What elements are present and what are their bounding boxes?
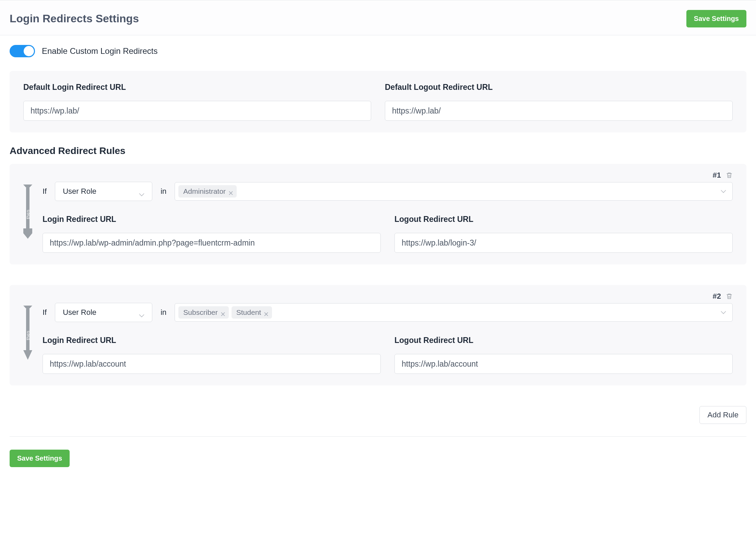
divider bbox=[10, 436, 746, 437]
default-login-input[interactable] bbox=[23, 101, 371, 121]
condition-field-select[interactable]: User Role bbox=[55, 303, 152, 322]
enable-custom-redirects-row: Enable Custom Login Redirects bbox=[10, 45, 746, 57]
chevron-down-icon bbox=[721, 188, 726, 195]
svg-rect-5 bbox=[26, 309, 29, 351]
if-label: If bbox=[43, 308, 47, 317]
role-tag: Subscriber bbox=[178, 306, 228, 319]
page-title: Login Redirects Settings bbox=[10, 12, 139, 25]
enable-custom-redirects-toggle[interactable] bbox=[10, 45, 35, 57]
rule-body: #1 If User Role in Administrator bbox=[43, 171, 733, 253]
rule-index: #2 bbox=[713, 292, 721, 301]
then-pennant: then bbox=[23, 306, 32, 357]
remove-tag-icon[interactable] bbox=[221, 310, 225, 315]
logout-redirect-label: Logout Redirect URL bbox=[394, 336, 733, 345]
role-tag: Student bbox=[232, 306, 272, 319]
condition-field-select[interactable]: User Role bbox=[55, 182, 152, 201]
condition-row: If User Role in Subscriber bbox=[43, 303, 733, 322]
default-login-label: Default Login Redirect URL bbox=[23, 83, 371, 92]
login-redirect-label: Login Redirect URL bbox=[43, 215, 381, 224]
remove-tag-icon[interactable] bbox=[264, 310, 269, 315]
add-rule-wrap: Add Rule bbox=[10, 406, 746, 424]
then-label: then bbox=[25, 331, 31, 340]
role-tag-label: Subscriber bbox=[183, 308, 217, 317]
then-pennant: then bbox=[23, 185, 32, 236]
rule-body: #2 If User Role in Subscriber bbox=[43, 292, 733, 374]
save-settings-button-bottom[interactable]: Save Settings bbox=[10, 450, 70, 467]
rule-card: then #2 If User Role in bbox=[10, 285, 746, 385]
condition-field-value: User Role bbox=[63, 308, 96, 317]
toggle-knob bbox=[24, 46, 34, 56]
login-redirect-input[interactable] bbox=[43, 354, 381, 374]
chevron-down-icon bbox=[139, 311, 144, 314]
default-login-col: Default Login Redirect URL bbox=[23, 83, 371, 121]
in-label: in bbox=[161, 187, 166, 196]
redirect-row: Login Redirect URL Logout Redirect URL bbox=[43, 215, 733, 253]
remove-tag-icon[interactable] bbox=[228, 189, 233, 194]
add-rule-button[interactable]: Add Rule bbox=[699, 406, 746, 424]
logout-redirect-col: Logout Redirect URL bbox=[394, 336, 733, 374]
chevron-down-icon bbox=[721, 309, 726, 316]
default-logout-label: Default Logout Redirect URL bbox=[385, 83, 733, 92]
logout-redirect-label: Logout Redirect URL bbox=[394, 215, 733, 224]
login-redirect-col: Login Redirect URL bbox=[43, 215, 381, 253]
default-logout-col: Default Logout Redirect URL bbox=[385, 83, 733, 121]
default-redirects-card: Default Login Redirect URL Default Logou… bbox=[10, 71, 746, 132]
redirect-row: Login Redirect URL Logout Redirect URL bbox=[43, 336, 733, 374]
rule-top: #1 bbox=[43, 171, 733, 180]
rule-pennant-col: then bbox=[23, 171, 32, 253]
default-logout-input[interactable] bbox=[385, 101, 733, 121]
then-label: then bbox=[25, 210, 31, 219]
logout-redirect-input[interactable] bbox=[394, 233, 733, 253]
chevron-down-icon bbox=[139, 190, 144, 193]
rule-top: #2 bbox=[43, 292, 733, 301]
condition-row: If User Role in Administrator bbox=[43, 182, 733, 201]
content: Enable Custom Login Redirects Default Lo… bbox=[0, 35, 756, 477]
condition-field-value: User Role bbox=[63, 187, 96, 196]
roles-multiselect[interactable]: Subscriber Student bbox=[175, 303, 733, 322]
logout-redirect-col: Logout Redirect URL bbox=[394, 215, 733, 253]
delete-rule-icon[interactable] bbox=[726, 171, 733, 179]
roles-multiselect[interactable]: Administrator bbox=[175, 182, 733, 201]
login-redirect-col: Login Redirect URL bbox=[43, 336, 381, 374]
save-settings-button-top[interactable]: Save Settings bbox=[686, 10, 746, 27]
role-tag: Administrator bbox=[178, 185, 237, 198]
in-label: in bbox=[161, 308, 166, 317]
role-tag-label: Student bbox=[236, 308, 261, 317]
enable-custom-redirects-label: Enable Custom Login Redirects bbox=[42, 46, 158, 56]
role-tag-label: Administrator bbox=[183, 187, 226, 195]
rule-index: #1 bbox=[713, 171, 721, 180]
svg-rect-2 bbox=[26, 188, 29, 230]
logout-redirect-input[interactable] bbox=[394, 354, 733, 374]
advanced-rules-heading: Advanced Redirect Rules bbox=[10, 145, 746, 156]
rule-card: then #1 If User Role in bbox=[10, 164, 746, 264]
rule-pennant-col: then bbox=[23, 292, 32, 374]
login-redirect-label: Login Redirect URL bbox=[43, 336, 381, 345]
header-bar: Login Redirects Settings Save Settings bbox=[0, 0, 756, 35]
delete-rule-icon[interactable] bbox=[726, 293, 733, 300]
svg-marker-6 bbox=[23, 350, 32, 360]
login-redirect-input[interactable] bbox=[43, 233, 381, 253]
if-label: If bbox=[43, 187, 47, 196]
